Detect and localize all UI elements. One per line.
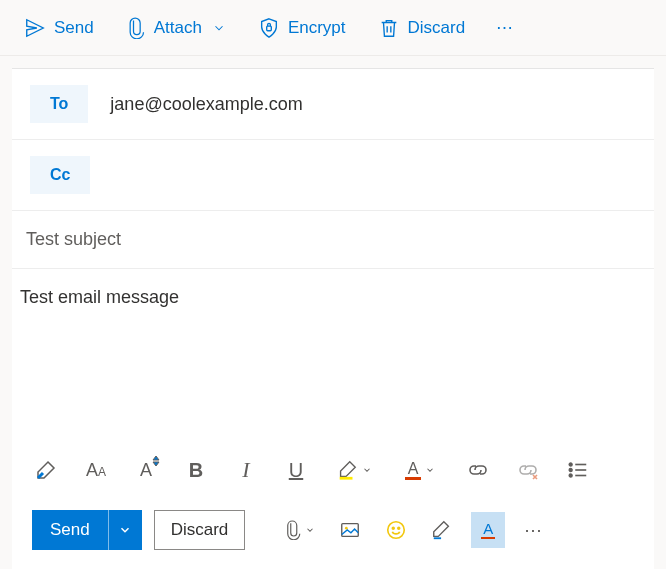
svg-point-10	[388, 522, 405, 539]
send-split-button: Send	[32, 510, 142, 550]
more-actions-bottom[interactable]: ⋯	[517, 512, 551, 548]
chevron-down-icon	[118, 523, 132, 537]
svg-rect-0	[267, 26, 272, 31]
to-field[interactable]: jane@coolexample.com	[110, 94, 636, 115]
encrypt-button[interactable]: Encrypt	[246, 9, 358, 47]
toggle-formatting-button[interactable]: A	[471, 512, 505, 548]
chevron-down-icon	[425, 465, 435, 475]
cc-button[interactable]: Cc	[30, 156, 90, 194]
link-icon	[466, 458, 490, 482]
highlight-button[interactable]	[332, 454, 376, 486]
format-painter-icon	[34, 458, 58, 482]
subject-row	[12, 211, 654, 269]
attach-label: Attach	[154, 18, 202, 38]
send-button[interactable]: Send	[32, 510, 108, 550]
paperclip-icon	[126, 17, 146, 39]
underline-button[interactable]: U	[282, 454, 310, 486]
discard-label-top: Discard	[408, 18, 466, 38]
signature-icon	[430, 519, 454, 541]
compose-area: To jane@coolexample.com Cc Test email me…	[0, 56, 666, 569]
remove-link-button[interactable]	[514, 454, 542, 486]
discard-button-top[interactable]: Discard	[366, 9, 478, 47]
svg-point-6	[569, 474, 572, 477]
more-actions-top[interactable]: ⋯	[485, 9, 525, 46]
send-button-top[interactable]: Send	[12, 9, 106, 47]
remove-link-icon	[516, 458, 540, 482]
bullet-list-button[interactable]	[564, 454, 592, 486]
top-toolbar: Send Attach Encrypt Discard ⋯	[0, 0, 666, 56]
font-color-icon: A	[405, 461, 421, 480]
to-button[interactable]: To	[30, 85, 88, 123]
svg-rect-1	[340, 477, 353, 480]
svg-point-12	[398, 527, 400, 529]
message-body-text[interactable]: Test email message	[20, 287, 646, 308]
bottom-action-bar: Send Discard A	[12, 497, 654, 569]
paperclip-icon	[284, 520, 302, 540]
attach-button[interactable]: Attach	[114, 9, 238, 47]
bullet-list-icon	[567, 459, 589, 481]
font-icon: AA	[86, 460, 106, 481]
italic-icon: I	[242, 457, 249, 483]
font-size-button[interactable]: A	[132, 454, 160, 486]
chevron-down-icon	[362, 465, 372, 475]
font-size-icon: A	[140, 460, 152, 481]
bold-icon: B	[189, 459, 203, 482]
svg-point-9	[345, 527, 348, 530]
to-row: To jane@coolexample.com	[12, 69, 654, 140]
underline-icon: U	[289, 459, 303, 482]
emoji-button[interactable]	[379, 512, 413, 548]
encrypt-label: Encrypt	[288, 18, 346, 38]
italic-button[interactable]: I	[232, 454, 260, 486]
ellipsis-icon: ⋯	[524, 519, 544, 541]
svg-point-2	[569, 463, 572, 466]
send-icon	[24, 17, 46, 39]
send-options-button[interactable]	[108, 510, 142, 550]
show-formatting-icon: A	[481, 521, 495, 539]
ellipsis-icon: ⋯	[496, 17, 515, 38]
signature-button[interactable]	[425, 512, 459, 548]
message-body-area[interactable]: Test email message	[12, 269, 654, 443]
cc-row: Cc	[12, 140, 654, 211]
svg-point-11	[393, 527, 395, 529]
send-label-top: Send	[54, 18, 94, 38]
picture-icon	[339, 519, 361, 541]
highlight-icon	[336, 459, 358, 481]
insert-link-button[interactable]	[464, 454, 492, 486]
trash-icon	[378, 17, 400, 39]
svg-point-4	[569, 469, 572, 472]
attach-button-bottom[interactable]	[277, 512, 321, 548]
bold-button[interactable]: B	[182, 454, 210, 486]
insert-picture-button[interactable]	[333, 512, 367, 548]
chevron-down-icon	[305, 525, 315, 535]
shield-lock-icon	[258, 17, 280, 39]
format-painter-button[interactable]	[32, 454, 60, 486]
chevron-down-icon	[212, 21, 226, 35]
formatting-toolbar: AA A B I U A	[12, 443, 654, 497]
font-color-button[interactable]: A	[398, 454, 442, 486]
discard-button[interactable]: Discard	[154, 510, 246, 550]
subject-input[interactable]	[26, 229, 640, 250]
emoji-icon	[385, 519, 407, 541]
font-button[interactable]: AA	[82, 454, 110, 486]
compose-card: To jane@coolexample.com Cc Test email me…	[12, 68, 654, 569]
